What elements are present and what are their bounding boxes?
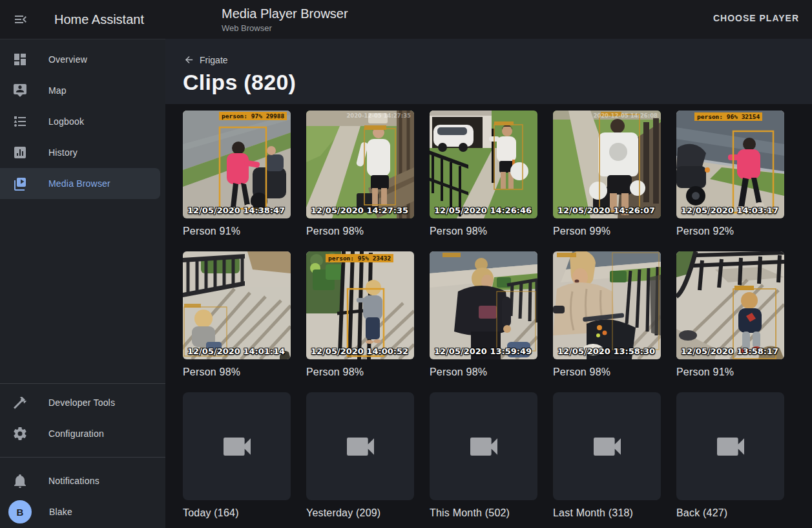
clip-scene [553, 251, 661, 359]
sidebar-item-label: Map [48, 85, 67, 96]
sidebar-item-label: History [48, 147, 78, 158]
clip-scene [676, 111, 784, 218]
sidebar-item-map[interactable]: Map [0, 75, 165, 106]
clip-timestamp: 12/05/2020 13:59:49 [434, 346, 532, 356]
sidebar-item-media-browser[interactable]: Media Browser [0, 168, 160, 199]
sidebar-item-label: Logbook [48, 116, 84, 127]
clip-card[interactable]: 12/05/2020 14:26:46 Person 98% [430, 111, 537, 237]
clip-caption: Person 98% [430, 226, 537, 237]
detection-chip: person: 97% 29988 [219, 112, 287, 120]
dashboard-icon [12, 52, 28, 67]
clip-timestamp: 12/05/2020 13:58:17 [681, 346, 778, 356]
folder-card-today[interactable]: Today (164) [183, 392, 291, 519]
logbook-icon [12, 114, 28, 129]
clip-timestamp: 12/05/2020 14:38:47 [187, 206, 285, 215]
clip-timestamp: 12/05/2020 14:26:46 [434, 206, 532, 215]
clip-card[interactable]: 2020-12-05 14:27:35 12/05/2020 14:27:35 … [306, 111, 414, 237]
clip-caption: Person 99% [553, 226, 661, 237]
clip-thumbnail: 12/05/2020 13:59:49 [430, 251, 537, 359]
sidebar-item-label: Media Browser [48, 178, 110, 189]
folder-label: Back (427) [676, 507, 784, 519]
media-grid: person: 97% 29988 12/05/2020 14:38:47 Pe… [165, 104, 812, 528]
choose-player-button[interactable]: CHOOSE PLAYER [713, 13, 799, 23]
clip-timestamp: 12/05/2020 13:58:30 [557, 346, 655, 356]
gear-icon [12, 426, 28, 441]
media-header-subtitle: Web Browser [222, 23, 348, 33]
folder-label: Last Month (318) [553, 507, 661, 519]
sidebar-divider [0, 457, 165, 458]
clip-timestamp: 12/05/2020 14:01:14 [187, 346, 285, 356]
history-chart-icon [12, 145, 28, 160]
clip-thumbnail: 2020-12-05 14:26:08 12/05/2020 14:26:07 [553, 111, 661, 218]
sidebar-item-user[interactable]: B Blake [0, 496, 165, 527]
video-camera-icon [342, 428, 379, 465]
clip-scene [430, 251, 537, 359]
folder-thumbnail [183, 392, 291, 500]
home-assistant-window: Home Assistant Media Player Browser Web … [0, 0, 812, 528]
content-header: Frigate Clips (820) [165, 39, 812, 104]
clip-card[interactable]: 12/05/2020 14:01:14 Person 98% [183, 251, 291, 378]
sidebar-item-notifications[interactable]: Notifications [0, 465, 165, 496]
sidebar-item-label: Configuration [48, 428, 104, 439]
clip-card[interactable]: 12/05/2020 13:59:49 Person 98% [430, 251, 537, 378]
clip-row: person: 97% 29988 12/05/2020 14:38:47 Pe… [183, 111, 784, 237]
avatar: B [8, 500, 32, 523]
clip-card[interactable]: person: 95% 23432 12/05/2020 14:00:52 Pe… [306, 251, 414, 378]
clip-timestamp: 12/05/2020 14:03:17 [681, 206, 778, 215]
sidebar-divider [0, 383, 165, 384]
clip-card[interactable]: person: 96% 32154 12/05/2020 14:03:17 Pe… [676, 111, 784, 237]
folder-thumbnail [553, 392, 661, 500]
back-arrow-icon [183, 54, 194, 65]
clip-card[interactable]: 2020-12-05 14:26:08 12/05/2020 14:26:07 … [553, 111, 661, 237]
clip-thumbnail: person: 96% 32154 12/05/2020 14:03:17 [676, 111, 784, 218]
sidebar-item-history[interactable]: History [0, 137, 165, 168]
clip-timestamp: 12/05/2020 14:26:07 [557, 206, 655, 215]
clip-caption: Person 91% [183, 226, 291, 237]
sidebar-item-developer-tools[interactable]: Developer Tools [0, 387, 165, 418]
breadcrumb-back-button[interactable]: Frigate [183, 54, 228, 65]
folder-card-back[interactable]: Back (427) [676, 392, 784, 519]
clip-scene [306, 111, 414, 218]
video-camera-icon [466, 428, 502, 465]
clip-caption: Person 98% [306, 226, 414, 237]
folder-thumbnail [676, 392, 784, 500]
clip-timestamp: 12/05/2020 14:27:35 [311, 206, 408, 215]
video-camera-icon [713, 428, 749, 465]
clip-thumbnail: person: 95% 23432 12/05/2020 14:00:52 [306, 251, 414, 359]
hammer-icon [12, 395, 28, 410]
media-browser-header: Media Player Browser Web Browser [222, 6, 348, 33]
clip-thumbnail: 12/05/2020 13:58:17 [676, 251, 784, 359]
clip-thumbnail: 12/05/2020 14:26:46 [430, 111, 537, 218]
clip-scene [553, 111, 661, 218]
media-header-title: Media Player Browser [222, 6, 348, 21]
detection-chip: person: 95% 23432 [326, 254, 393, 262]
clip-caption: Person 92% [676, 226, 784, 237]
menu-open-icon[interactable] [13, 12, 28, 27]
clip-card[interactable]: person: 97% 29988 12/05/2020 14:38:47 Pe… [183, 111, 291, 237]
app-title: Home Assistant [54, 0, 144, 39]
sidebar-item-label: Developer Tools [48, 397, 115, 408]
folder-card-this-month[interactable]: This Month (502) [430, 392, 537, 519]
sidebar-item-logbook[interactable]: Logbook [0, 106, 165, 137]
user-name: Blake [49, 507, 72, 517]
folder-thumbnail [430, 392, 537, 500]
sidebar-item-overview[interactable]: Overview [0, 44, 165, 75]
page-title: Clips (820) [183, 70, 296, 95]
video-camera-icon [589, 428, 625, 465]
folder-card-yesterday[interactable]: Yesterday (209) [306, 392, 414, 519]
map-icon [12, 83, 28, 98]
media-browser-icon [12, 176, 28, 191]
sidebar-item-configuration[interactable]: Configuration [0, 418, 165, 449]
folder-card-last-month[interactable]: Last Month (318) [553, 392, 661, 519]
clip-thumbnail: 2020-12-05 14:27:35 12/05/2020 14:27:35 [306, 111, 414, 218]
clip-card[interactable]: 12/05/2020 13:58:30 Person 98% [553, 251, 661, 378]
clip-scene [183, 251, 291, 359]
clip-row: 12/05/2020 14:01:14 Person 98% [183, 251, 784, 378]
clip-scene [306, 251, 414, 359]
clip-thumbnail: 12/05/2020 14:01:14 [183, 251, 291, 359]
clip-scene [430, 111, 537, 218]
video-camera-icon [219, 428, 255, 465]
clip-card[interactable]: 12/05/2020 13:58:17 Person 91% [676, 251, 784, 378]
clip-caption: Person 98% [553, 366, 661, 378]
sidebar-item-label: Overview [48, 54, 87, 65]
